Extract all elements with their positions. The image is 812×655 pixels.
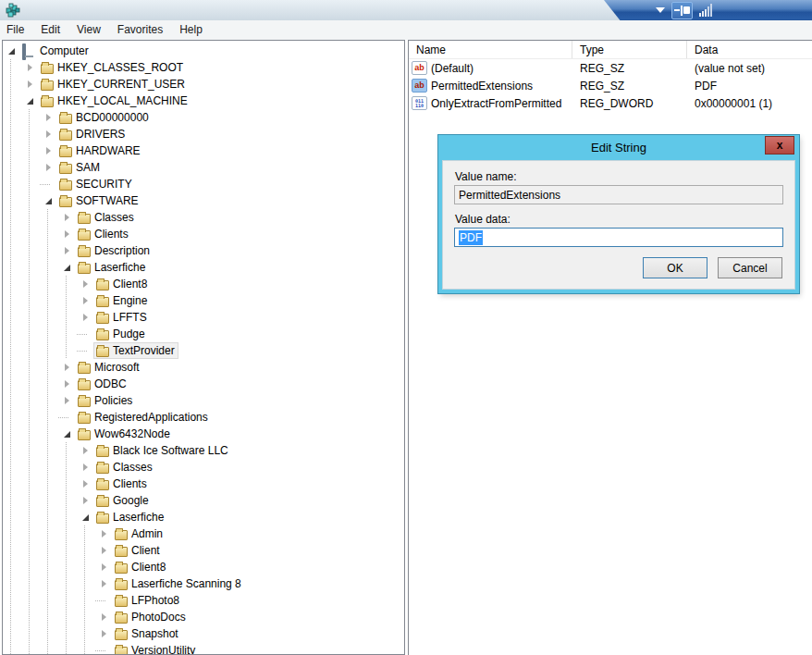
tree-node-hardware[interactable]: HARDWARE [3,142,404,159]
expand-icon[interactable] [58,226,75,242]
tree-node-wow6432node[interactable]: Wow6432Node [3,426,404,442]
column-header-type[interactable]: Type [572,41,687,58]
tree-node-snapshot[interactable]: Snapshot [3,625,404,642]
tree-node-clients[interactable]: Clients [3,476,404,492]
tree-node-versionutility[interactable]: VersionUtility [3,642,404,655]
expand-icon[interactable] [21,76,38,93]
expand-icon[interactable] [77,292,93,309]
expand-icon[interactable] [95,525,112,542]
tree-indent-guide [40,609,58,625]
tree-node-hkey-classes-root[interactable]: HKEY_CLASSES_ROOT [3,59,404,76]
expand-icon[interactable] [77,276,93,292]
registry-value-row[interactable]: 011110OnlyExtractFromPermittedREG_DWORD0… [409,94,812,112]
tree-node-admin[interactable]: Admin [3,525,404,542]
expand-icon[interactable] [77,459,93,476]
registry-values-pane[interactable]: Name Type Data ab(Default)REG_SZ(value n… [408,40,812,655]
expand-icon[interactable] [95,559,112,575]
collapse-icon[interactable] [58,259,75,276]
tree-connector [58,409,75,426]
tree-node-client[interactable]: Client [3,542,404,559]
expand-icon[interactable] [77,492,93,509]
registry-value-row[interactable]: abPermittedExtensionsREG_SZPDF [409,77,812,94]
expand-icon[interactable] [58,376,75,392]
close-button[interactable]: x [765,136,794,154]
tree-connector [77,342,93,359]
expand-icon[interactable] [40,126,56,142]
tree-node-client8[interactable]: Client8 [3,559,404,575]
menu-item-file[interactable]: File [0,21,32,39]
tree-node-classes[interactable]: Classes [3,459,404,476]
value-data-input[interactable]: PDF [454,228,783,247]
tree-node-laserfiche-scanning-8[interactable]: Laserfiche Scanning 8 [3,575,404,592]
tree-node-clients[interactable]: Clients [3,226,404,242]
expand-icon[interactable] [40,159,56,176]
collapse-icon[interactable] [3,43,19,59]
expand-icon[interactable] [95,609,112,625]
tree-node-textprovider[interactable]: TextProvider [3,342,404,359]
tree-node-hkey-local-machine[interactable]: HKEY_LOCAL_MACHINE [3,93,404,109]
expand-icon[interactable] [21,59,38,76]
tree-node-computer[interactable]: Computer [3,43,404,59]
tree-node-engine[interactable]: Engine [3,292,404,309]
expand-icon[interactable] [77,442,93,459]
tree-node-odbc[interactable]: ODBC [3,376,404,392]
expand-icon[interactable] [95,575,112,592]
tree-connector [77,326,93,342]
expand-icon[interactable] [77,476,93,492]
tree-connector [40,176,56,192]
expand-icon[interactable] [58,242,75,259]
pin-button[interactable] [671,2,693,19]
menu-item-edit[interactable]: Edit [32,21,68,39]
tree-node-lffts[interactable]: LFFTS [3,309,404,326]
registry-tree-pane[interactable]: ComputerHKEY_CLASSES_ROOTHKEY_CURRENT_US… [2,40,405,655]
tree-node-sam[interactable]: SAM [3,159,404,176]
folder-icon [59,130,72,141]
tree-node-laserfiche[interactable]: Laserfiche [3,259,404,276]
expand-icon[interactable] [95,625,112,642]
column-header-data[interactable]: Data [687,41,812,58]
tree-node-registeredapplications[interactable]: RegisteredApplications [3,409,404,426]
tree-indent-guide [3,459,21,476]
tree-node-photodocs[interactable]: PhotoDocs [3,609,404,625]
tree-node-black-ice-software-llc[interactable]: Black Ice Software LLC [3,442,404,459]
expand-icon[interactable] [95,542,112,559]
tree-indent-guide [3,592,21,609]
menu-item-help[interactable]: Help [171,21,211,39]
tree-node-lfphoto8[interactable]: LFPhoto8 [3,592,404,609]
tree-node-bcd00000000[interactable]: BCD00000000 [3,109,404,126]
collapse-icon[interactable] [58,426,75,442]
tree-node-client8[interactable]: Client8 [3,276,404,292]
folder-icon [78,247,91,257]
tree-node-label: Engine [113,294,147,307]
tree-node-drivers[interactable]: DRIVERS [3,126,404,142]
tree-node-policies[interactable]: Policies [3,392,404,409]
ok-button[interactable]: OK [643,257,707,278]
expand-icon[interactable] [40,142,56,159]
tree-node-description[interactable]: Description [3,242,404,259]
expand-icon[interactable] [58,359,75,376]
menu-item-view[interactable]: View [68,21,109,39]
tree-indent-guide [21,426,40,442]
tree-node-hkey-current-user[interactable]: HKEY_CURRENT_USER [3,76,404,93]
folder-icon [78,430,91,440]
tree-node-microsoft[interactable]: Microsoft [3,359,404,376]
collapse-icon[interactable] [21,93,38,109]
expand-icon[interactable] [77,309,93,326]
chevron-down-icon[interactable] [656,7,665,13]
expand-icon[interactable] [40,109,56,126]
tree-node-laserfiche[interactable]: Laserfiche [3,509,404,525]
expand-icon[interactable] [58,209,75,226]
tree-indent-guide [3,609,21,625]
collapse-icon[interactable] [40,192,56,209]
tree-node-google[interactable]: Google [3,492,404,509]
collapse-icon[interactable] [77,509,93,525]
tree-node-classes[interactable]: Classes [3,209,404,226]
column-header-name[interactable]: Name [409,41,572,58]
menu-item-favorites[interactable]: Favorites [109,21,171,39]
tree-node-pudge[interactable]: Pudge [3,326,404,342]
tree-node-security[interactable]: SECURITY [3,176,404,192]
cancel-button[interactable]: Cancel [718,257,782,278]
registry-value-row[interactable]: ab(Default)REG_SZ(value not set) [409,59,812,77]
tree-node-software[interactable]: SOFTWARE [3,192,404,209]
expand-icon[interactable] [58,392,75,409]
